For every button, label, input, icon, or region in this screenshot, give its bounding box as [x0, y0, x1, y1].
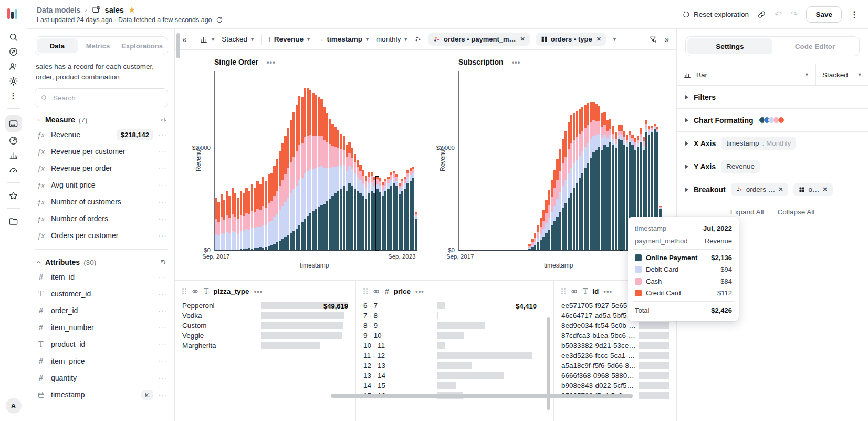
bar-segment[interactable]	[268, 174, 270, 203]
user-avatar[interactable]: A	[6, 398, 22, 414]
x-field-button[interactable]: →timestamp▼	[317, 35, 370, 43]
share-link-icon[interactable]	[757, 10, 766, 19]
bar[interactable]	[606, 120, 609, 250]
bar-segment[interactable]	[559, 192, 561, 212]
bar-segment[interactable]	[221, 217, 223, 232]
bar-segment[interactable]	[351, 158, 353, 170]
bar-segment[interactable]	[262, 248, 264, 250]
chart-type-select[interactable]: Bar▼	[677, 64, 815, 85]
row-menu-icon[interactable]: ···	[158, 181, 167, 189]
bar[interactable]	[548, 190, 550, 250]
bar-segment[interactable]	[268, 246, 270, 250]
automation-icon[interactable]	[5, 74, 22, 88]
row-menu-icon[interactable]: ···	[158, 198, 167, 206]
attribute-item[interactable]: Tcustomer_id···	[35, 285, 168, 302]
bar-segment[interactable]	[601, 138, 603, 150]
bar-segment[interactable]	[390, 175, 392, 179]
stack-mode-select[interactable]: Stacked▼	[815, 64, 868, 85]
charts-icon[interactable]	[5, 148, 22, 162]
x-axis-section[interactable]: X Axis timestamp : Monthly	[677, 132, 868, 155]
bar-segment[interactable]	[609, 129, 611, 135]
bar-segment[interactable]	[603, 145, 605, 250]
bar-segment[interactable]	[542, 221, 545, 230]
bar-segment[interactable]	[601, 113, 603, 127]
bar-segment[interactable]	[390, 186, 392, 251]
bar-segment[interactable]	[243, 231, 245, 249]
bar-segment[interactable]	[399, 194, 401, 250]
bar[interactable]	[279, 151, 281, 250]
bar-segment[interactable]	[562, 186, 564, 208]
bar-segment[interactable]	[259, 227, 262, 247]
tab-code-editor[interactable]: Code Editor	[772, 38, 857, 54]
bar-segment[interactable]	[223, 220, 225, 234]
bar[interactable]	[312, 93, 314, 250]
bar-segment[interactable]	[626, 143, 628, 147]
bar[interactable]	[382, 182, 384, 250]
bar-segment[interactable]	[232, 188, 234, 214]
bar-segment[interactable]	[307, 136, 309, 171]
bar-segment[interactable]	[412, 169, 414, 173]
bar-segment[interactable]	[545, 213, 547, 224]
bar[interactable]	[346, 145, 348, 250]
bar-segment[interactable]	[603, 125, 605, 135]
bar-segment[interactable]	[401, 181, 403, 186]
bar-segment[interactable]	[576, 111, 578, 137]
bar-segment[interactable]	[281, 143, 284, 180]
horizontal-scrollbar[interactable]	[331, 394, 633, 398]
reset-exploration-button[interactable]: Reset exploration	[682, 11, 749, 18]
bar[interactable]	[348, 142, 350, 250]
bar-segment[interactable]	[629, 138, 631, 142]
caret-right-icon[interactable]	[685, 118, 688, 122]
bar-segment[interactable]	[637, 136, 639, 140]
bar-segment[interactable]	[265, 208, 267, 225]
bar-segment[interactable]	[559, 212, 561, 251]
bar-segment[interactable]	[592, 152, 594, 250]
bar[interactable]	[620, 125, 622, 250]
bar[interactable]	[265, 181, 267, 250]
bar[interactable]	[601, 113, 603, 250]
bar-segment[interactable]	[643, 137, 645, 141]
bar-segment[interactable]	[304, 137, 306, 173]
bar-segment[interactable]	[331, 146, 333, 167]
bar-segment[interactable]	[384, 181, 386, 186]
y-axis-chip[interactable]: Revenue	[721, 160, 760, 173]
bar[interactable]	[528, 244, 530, 250]
list-item[interactable]: 7 - 8	[363, 311, 537, 321]
bar-segment[interactable]	[537, 242, 539, 250]
bar-segment[interactable]	[368, 177, 370, 183]
bar-segment[interactable]	[337, 191, 339, 250]
bar-segment[interactable]	[232, 214, 234, 230]
bar-segment[interactable]	[351, 169, 353, 186]
bar-segment[interactable]	[270, 173, 273, 201]
bar-segment[interactable]	[590, 122, 592, 139]
bar-segment[interactable]	[343, 186, 345, 251]
remove-chip-icon[interactable]: ✕	[778, 186, 783, 193]
bar-segment[interactable]	[279, 151, 281, 186]
bar-segment[interactable]	[340, 134, 342, 149]
bar-segment[interactable]	[362, 176, 364, 184]
bar-segment[interactable]	[296, 186, 298, 229]
bar-segment[interactable]	[570, 193, 572, 250]
bar-segment[interactable]	[556, 199, 558, 217]
bar-segment[interactable]	[573, 163, 575, 188]
bar-segment[interactable]	[323, 140, 326, 168]
bar-segment[interactable]	[301, 143, 303, 178]
bar[interactable]	[540, 218, 542, 250]
bar-segment[interactable]	[640, 137, 642, 142]
bar-segment[interactable]	[245, 188, 247, 213]
bar-segment[interactable]	[348, 153, 350, 166]
bar[interactable]	[399, 183, 401, 250]
bar-segment[interactable]	[281, 180, 284, 206]
bar-segment[interactable]	[534, 245, 536, 250]
bar-segment[interactable]	[292, 231, 295, 250]
bar-segment[interactable]	[237, 219, 239, 233]
bar-segment[interactable]	[315, 209, 317, 250]
bar-segment[interactable]	[534, 238, 536, 242]
bar-segment[interactable]	[537, 225, 539, 232]
bar[interactable]	[315, 95, 317, 250]
bar-segment[interactable]	[553, 170, 556, 188]
bar-segment[interactable]	[587, 103, 589, 125]
bar-segment[interactable]	[410, 171, 412, 175]
list-item[interactable]: 8 - 9	[363, 321, 537, 331]
bar-segment[interactable]	[631, 135, 633, 138]
